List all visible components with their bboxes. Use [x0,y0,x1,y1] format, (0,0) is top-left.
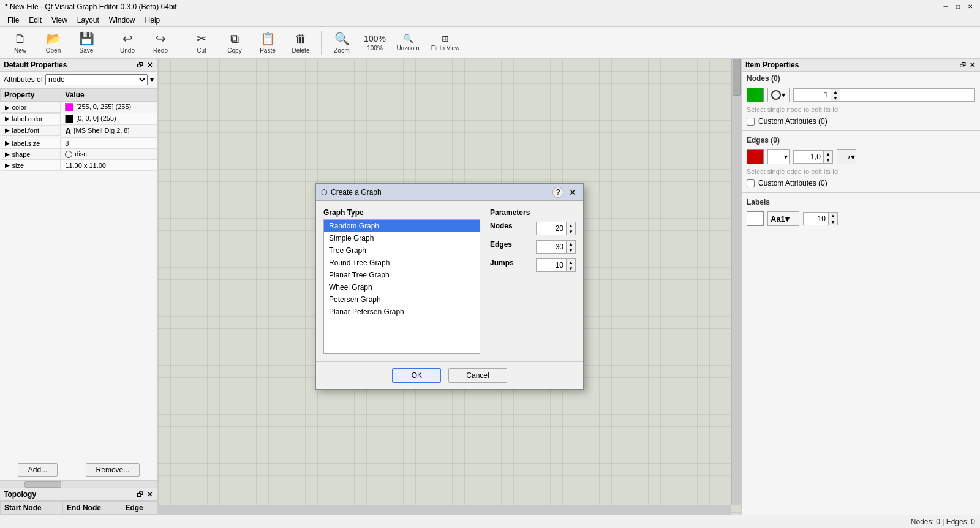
topology-close-btn[interactable]: ✕ [145,490,154,499]
attributes-type-select[interactable]: node edge [45,74,148,85]
node-custom-attrs-checkbox[interactable] [747,118,755,126]
graph-type-item[interactable]: Random Graph [324,220,480,232]
toolbar-new[interactable]: 🗋 New [5,29,36,57]
dialog-ok-btn[interactable]: OK [392,368,441,383]
menu-layout[interactable]: Layout [72,15,104,26]
table-row[interactable]: ▶label.size8 [1,138,157,149]
menu-help[interactable]: Help [140,15,165,26]
dialog-close-btn[interactable]: ✕ [567,187,578,198]
toolbar-zoom100[interactable]: 100% 100% [360,29,390,57]
dialog-cancel-btn[interactable]: Cancel [448,368,507,383]
left-panel-close-btn[interactable]: ✕ [145,61,154,69]
node-shape-circle-icon [771,89,782,100]
edges-section-label: Edges (0) [742,134,980,147]
add-button[interactable]: Add... [18,463,58,477]
menu-edit[interactable]: Edit [24,15,47,26]
graph-type-item[interactable]: Petersen Graph [324,293,480,306]
graph-type-item[interactable]: Planar Petersen Graph [324,306,480,318]
left-panel-scrollbar-thumb[interactable] [24,481,61,488]
param-down[interactable]: ▼ [567,228,575,235]
prop-expand-btn[interactable]: ▶ [5,127,10,134]
node-id-spinner[interactable]: ▲ ▼ [793,88,975,102]
param-spinner[interactable]: ▲▼ [536,258,576,272]
table-row[interactable]: ▶size11.00 x 11.00 [1,160,157,171]
prop-expand-btn[interactable]: ▶ [5,162,10,168]
menu-file[interactable]: File [2,15,24,26]
node-color-btn[interactable] [747,88,764,102]
left-panel-float-btn[interactable]: 🗗 [135,61,144,69]
table-row[interactable]: ▶shapedisc [1,149,157,160]
graph-type-item[interactable]: Planar Tree Graph [324,269,480,281]
toolbar-copy[interactable]: ⧉ Copy [219,29,250,57]
param-down[interactable]: ▼ [567,265,575,271]
dialog-titlebar: ⬡ Create a Graph ? ✕ [316,184,583,201]
right-panel-close-btn[interactable]: ✕ [968,61,976,69]
edge-width-up[interactable]: ▲ [824,151,832,157]
param-down[interactable]: ▼ [567,247,575,253]
menu-view[interactable]: View [47,15,72,26]
param-up[interactable]: ▲ [567,241,575,247]
node-id-down[interactable]: ▼ [831,95,840,101]
maximize-button[interactable]: □ [953,2,963,12]
param-input[interactable] [537,223,566,234]
graph-type-item[interactable]: Wheel Graph [324,281,480,293]
edge-line-style-dropdown[interactable]: ——▾ [767,149,790,164]
graph-type-item[interactable]: Tree Graph [324,244,480,257]
param-up[interactable]: ▲ [567,222,575,228]
table-row[interactable]: ▶label.fontA[MS Shell Dlg 2, 8] [1,125,157,138]
toolbar-open[interactable]: 📂 Open [38,29,69,57]
param-up[interactable]: ▲ [567,259,575,265]
toolbar-zoom[interactable]: 🔍 Zoom [326,29,357,57]
label-color-btn[interactable] [747,211,764,226]
minimize-button[interactable]: ─ [941,2,951,12]
topology-title: Topology [4,490,36,499]
graph-type-item[interactable]: Simple Graph [324,232,480,244]
node-custom-attrs-label: Custom Attributes (0) [758,117,827,126]
toolbar-sep-3 [321,31,322,55]
dialog-help-btn[interactable]: ? [552,187,564,198]
remove-button[interactable]: Remove... [86,463,140,477]
edge-arrow-btn[interactable]: ⟶▾ [837,149,856,164]
prop-expand-btn[interactable]: ▶ [5,115,10,122]
graph-type-list[interactable]: Random GraphSimple GraphTree GraphRound … [323,219,480,354]
prop-expand-btn[interactable]: ▶ [5,151,10,157]
menu-window[interactable]: Window [104,15,140,26]
canvas-area[interactable]: ⬡ Create a Graph ? ✕ Graph Type Random G… [158,59,741,515]
edge-custom-attrs-checkbox[interactable] [747,179,755,187]
close-button[interactable]: ✕ [965,2,975,12]
node-id-up[interactable]: ▲ [831,89,840,95]
toolbar-cut[interactable]: ✂ Cut [186,29,217,57]
toolbar-delete[interactable]: 🗑 Delete [285,29,316,57]
label-size-up[interactable]: ▲ [829,213,837,219]
label-size-down[interactable]: ▼ [829,219,837,225]
table-row[interactable]: ▶label.color[0, 0, 0] (255) [1,113,157,125]
params-label: Parameters [490,208,576,217]
param-input[interactable] [537,241,566,252]
prop-expand-btn[interactable]: ▶ [5,104,10,111]
toolbar-undo[interactable]: ↩ Undo [112,29,143,57]
right-panel-float-btn[interactable]: 🗗 [958,61,967,69]
node-shape-dropdown[interactable]: ▾ [767,88,790,102]
edge-color-btn[interactable] [747,149,764,164]
toolbar-paste[interactable]: 📋 Paste [252,29,283,57]
param-spinner[interactable]: ▲▼ [536,222,576,235]
toolbar-save[interactable]: 💾 Save [71,29,102,57]
edge-width-spinner[interactable]: ▲ ▼ [793,150,833,164]
left-panel-scrollbar[interactable] [0,480,157,488]
toolbar-redo[interactable]: ↪ Redo [145,29,176,57]
table-row[interactable]: ▶color[255, 0, 255] (255) [1,102,157,113]
edge-width-input[interactable] [794,151,823,162]
toolbar-unzoom[interactable]: 🔍 Unzoom [393,29,423,57]
param-spinner[interactable]: ▲▼ [536,240,576,254]
prop-value: [255, 0, 255] (255) [61,102,157,113]
toolbar-fitview[interactable]: ⊞ Fit to View [426,29,465,57]
label-size-spinner[interactable]: ▲ ▼ [803,212,838,225]
prop-expand-btn[interactable]: ▶ [5,140,10,146]
label-font-dropdown[interactable]: Aa1▾ [767,211,799,226]
edge-width-down[interactable]: ▼ [824,157,832,163]
param-input[interactable] [537,260,566,271]
node-id-input[interactable] [794,89,831,100]
graph-type-item[interactable]: Round Tree Graph [324,257,480,269]
topology-float-btn[interactable]: 🗗 [135,490,144,499]
label-size-input[interactable] [804,213,828,224]
